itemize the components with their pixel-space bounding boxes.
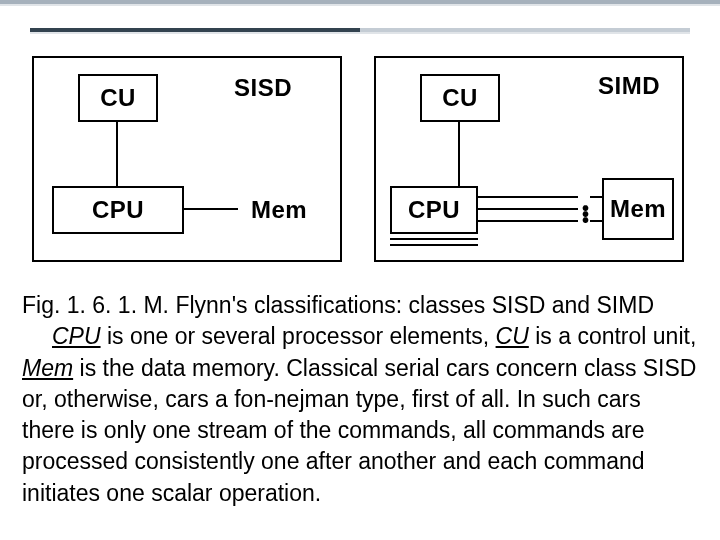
cu-box: CU <box>420 74 500 122</box>
caption-text: unit, <box>653 323 696 349</box>
sisd-panel: CU SISD CPU Mem <box>32 56 342 262</box>
ellipsis-icon: ••• <box>582 206 589 224</box>
mem-label: Mem <box>236 186 322 234</box>
diagram-area: CU SISD CPU Mem CU SIMD CPU Mem ••• <box>26 50 694 272</box>
connector-line <box>390 238 478 240</box>
decorative-header <box>0 0 720 38</box>
connector-line <box>478 196 578 198</box>
mem-term: Mem <box>22 355 73 381</box>
connector-line <box>458 122 460 186</box>
mem-box: Mem <box>602 178 674 240</box>
decorative-line <box>30 32 690 34</box>
cpu-term: CPU <box>52 323 101 349</box>
caption-text: Fig. 1. 6. 1. M. Flynn's classifications… <box>22 292 654 318</box>
connector-line <box>390 244 478 246</box>
sisd-label: SISD <box>234 74 292 102</box>
caption-text: is the data memory. Classical serial car… <box>22 355 696 506</box>
cpu-box: CPU <box>390 186 478 234</box>
figure-caption: Fig. 1. 6. 1. M. Flynn's classifications… <box>22 290 698 509</box>
caption-text: is a control <box>529 323 647 349</box>
cu-term: CU <box>496 323 529 349</box>
connector-line <box>590 196 602 198</box>
simd-label: SIMD <box>598 72 660 100</box>
connector-line <box>116 122 118 186</box>
decorative-line <box>0 4 720 6</box>
simd-panel: CU SIMD CPU Mem ••• <box>374 56 684 262</box>
connector-line <box>590 220 602 222</box>
cpu-box: CPU <box>52 186 184 234</box>
caption-text: is one or several processor elements, <box>101 323 496 349</box>
connector-line <box>478 208 578 210</box>
connector-line <box>184 208 238 210</box>
connector-line <box>478 220 578 222</box>
cu-box: CU <box>78 74 158 122</box>
